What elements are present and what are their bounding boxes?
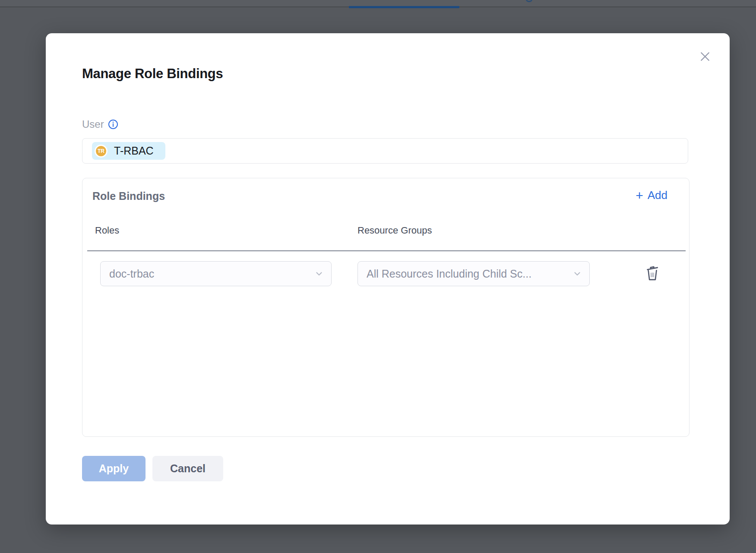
cancel-button[interactable]: Cancel: [152, 456, 223, 481]
close-button[interactable]: [698, 50, 712, 64]
active-tab-underline: [349, 6, 459, 8]
info-icon[interactable]: [108, 119, 118, 130]
user-avatar: TR: [95, 145, 108, 158]
plus-icon: +: [636, 189, 643, 202]
page-title: Manage Role Bindings: [82, 66, 223, 82]
resource-group-select-value: All Resources Including Child Sc...: [367, 268, 531, 280]
trash-icon: [643, 263, 661, 284]
close-icon: [699, 50, 712, 64]
add-binding-button[interactable]: + Add: [636, 189, 667, 202]
role-select-value: doc-trbac: [109, 268, 154, 280]
delete-binding-button[interactable]: [642, 263, 663, 284]
chevron-down-icon: [314, 269, 324, 279]
user-field[interactable]: TR T-RBAC: [82, 138, 688, 164]
role-bindings-heading: Role Bindings: [92, 190, 165, 202]
role-bindings-panel: Role Bindings + Add Roles Resource Group…: [82, 178, 690, 437]
resource-group-select[interactable]: All Resources Including Child Sc...: [357, 261, 590, 286]
user-label: User: [82, 118, 104, 130]
add-button-label: Add: [648, 189, 667, 202]
dimmed-page-header: [0, 0, 756, 6]
column-header-roles: Roles: [95, 225, 119, 236]
table-header-divider: [87, 250, 686, 251]
user-label-row: User: [82, 118, 118, 130]
role-select[interactable]: doc-trbac: [100, 261, 332, 286]
manage-role-bindings-dialog: Manage Role Bindings User TR T-RBAC Role…: [46, 33, 730, 525]
column-header-resource-groups: Resource Groups: [357, 225, 432, 236]
apply-button[interactable]: Apply: [82, 456, 146, 481]
user-chip-label: T-RBAC: [114, 145, 154, 157]
chevron-down-icon: [572, 269, 582, 279]
user-chip: TR T-RBAC: [92, 142, 165, 160]
